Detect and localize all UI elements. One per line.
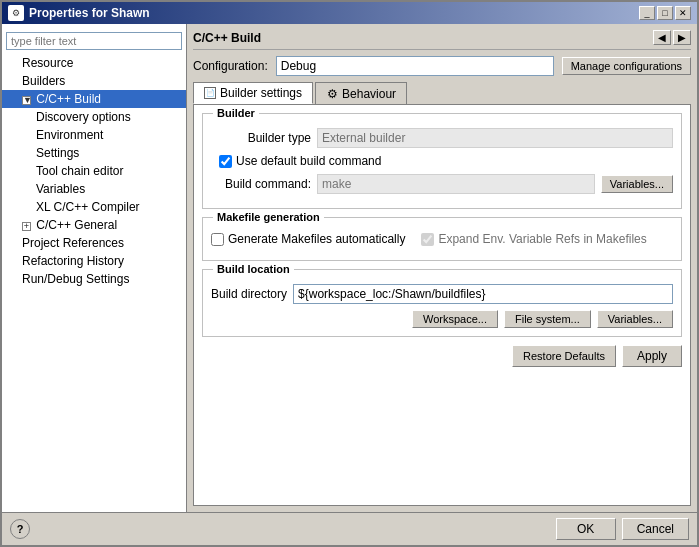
panel-title: C/C++ Build ◀ ▶ [193,30,691,50]
builder-type-row: Builder type External builder [211,128,673,148]
nav-back-button[interactable]: ◀ [653,30,671,45]
apply-button[interactable]: Apply [622,345,682,367]
build-dir-input[interactable] [293,284,673,304]
sidebar-item-label: Project References [22,236,124,250]
ok-button[interactable]: OK [556,518,616,540]
nav-arrows: ◀ ▶ [653,30,691,45]
left-panel: Resource Builders ▼ C/C++ Build Discover… [2,24,187,512]
builder-settings-icon: 📄 [204,87,216,99]
configuration-label: Configuration: [193,59,268,73]
tab-builder-settings[interactable]: 📄 Builder settings [193,82,313,104]
expand-icon: ▼ [22,96,31,105]
builder-section: Builder Builder type External builder Us… [202,113,682,209]
sidebar-item-refactoring[interactable]: Refactoring History [2,252,186,270]
build-location-variables-button[interactable]: Variables... [597,310,673,328]
sidebar-item-label: XL C/C++ Compiler [36,200,140,214]
expand-env-row: Expand Env. Variable Refs in Makefiles [421,232,646,246]
search-input[interactable] [6,32,182,50]
nav-forward-button[interactable]: ▶ [673,30,691,45]
title-bar: ⚙ Properties for Shawn _ □ ✕ [2,2,697,24]
main-content: Resource Builders ▼ C/C++ Build Discover… [2,24,697,512]
tab-behaviour[interactable]: ⚙ Behaviour [315,82,407,104]
use-default-checkbox-row: Use default build command [219,154,673,168]
sidebar-item-cpp-build[interactable]: ▼ C/C++ Build [2,90,186,108]
sidebar-item-label: Environment [36,128,103,142]
sidebar-item-label: Discovery options [36,110,131,124]
configuration-row: Configuration: Debug Manage configuratio… [193,56,691,76]
panel-title-text: C/C++ Build [193,31,261,45]
bottom-buttons: OK Cancel [556,518,689,540]
makefile-section-title: Makefile generation [213,211,324,223]
minimize-button[interactable]: _ [639,6,655,20]
tabs: 📄 Builder settings ⚙ Behaviour [193,82,691,104]
sidebar-item-label: Tool chain editor [36,164,123,178]
sidebar-item-run-debug[interactable]: Run/Debug Settings [2,270,186,288]
sidebar-item-label: Run/Debug Settings [22,272,129,286]
build-command-row: Build command: Variables... [211,174,673,194]
window-icon: ⚙ [8,5,24,21]
builder-type-select[interactable]: External builder [317,128,673,148]
sidebar-item-toolchain-editor[interactable]: Tool chain editor [2,162,186,180]
build-command-label: Build command: [211,177,311,191]
maximize-button[interactable]: □ [657,6,673,20]
sidebar-item-settings[interactable]: Settings [2,144,186,162]
sidebar-item-label: C/C++ General [36,218,117,232]
sidebar-item-label: Builders [22,74,65,88]
build-command-input[interactable] [317,174,595,194]
window-title: Properties for Shawn [29,6,150,20]
expand-icon: + [22,222,31,231]
sidebar-item-builders[interactable]: Builders [2,72,186,90]
build-location-title: Build location [213,263,294,275]
search-box [6,32,182,50]
behaviour-icon: ⚙ [326,88,338,100]
manage-configurations-button[interactable]: Manage configurations [562,57,691,75]
sidebar-item-discovery-options[interactable]: Discovery options [2,108,186,126]
build-location-buttons: Workspace... File system... Variables... [211,310,673,328]
expand-env-label: Expand Env. Variable Refs in Makefiles [438,232,646,246]
makefile-section: Makefile generation Generate Makefiles a… [202,217,682,261]
generate-makefiles-row: Generate Makefiles automatically [211,232,405,246]
build-dir-label: Build directory [211,287,287,301]
tab-behaviour-label: Behaviour [342,87,396,101]
bottom-bar: ? OK Cancel [2,512,697,545]
sidebar-item-label: Resource [22,56,73,70]
sidebar-item-project-refs[interactable]: Project References [2,234,186,252]
generate-makefiles-checkbox[interactable] [211,233,224,246]
right-panel: C/C++ Build ◀ ▶ Configuration: Debug Man… [187,24,697,512]
build-dir-row: Build directory [211,284,673,304]
main-window: ⚙ Properties for Shawn _ □ ✕ Resource Bu… [0,0,699,547]
expand-env-checkbox[interactable] [421,233,434,246]
configuration-select[interactable]: Debug [276,56,554,76]
restore-defaults-button[interactable]: Restore Defaults [512,345,616,367]
sidebar-item-label: Variables [36,182,85,196]
cancel-button[interactable]: Cancel [622,518,689,540]
filesystem-button[interactable]: File system... [504,310,591,328]
tab-builder-settings-label: Builder settings [220,86,302,100]
use-default-checkbox[interactable] [219,155,232,168]
build-location-section: Build location Build directory Workspace… [202,269,682,337]
sidebar-item-resource[interactable]: Resource [2,54,186,72]
sidebar-item-label: Settings [36,146,79,160]
content-area: Builder Builder type External builder Us… [193,104,691,506]
sidebar-item-label: C/C++ Build [36,92,101,106]
build-command-variables-button[interactable]: Variables... [601,175,673,193]
sidebar-item-xl-compiler[interactable]: XL C/C++ Compiler [2,198,186,216]
generate-makefiles-label: Generate Makefiles automatically [228,232,405,246]
builder-section-title: Builder [213,107,259,119]
use-default-label: Use default build command [236,154,381,168]
builder-type-label: Builder type [211,131,311,145]
workspace-button[interactable]: Workspace... [412,310,498,328]
help-button[interactable]: ? [10,519,30,539]
close-button[interactable]: ✕ [675,6,691,20]
restore-apply-row: Restore Defaults Apply [202,345,682,367]
title-bar-buttons: _ □ ✕ [639,6,691,20]
title-bar-left: ⚙ Properties for Shawn [8,5,150,21]
sidebar-item-cpp-general[interactable]: + C/C++ General [2,216,186,234]
sidebar-item-variables[interactable]: Variables [2,180,186,198]
sidebar-item-environment[interactable]: Environment [2,126,186,144]
sidebar-item-label: Refactoring History [22,254,124,268]
